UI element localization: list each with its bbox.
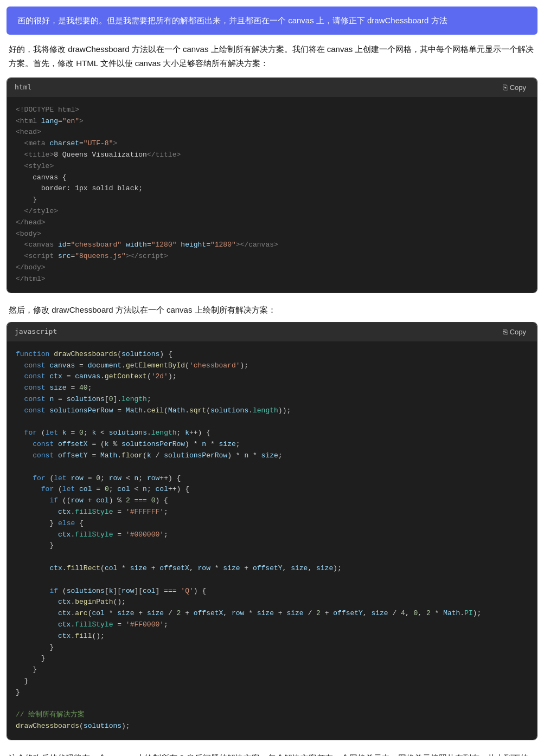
copy-button-js[interactable]: ⎘ Copy <box>500 326 529 337</box>
user-message: 画的很好，是我想要的。但是我需要把所有的解都画出来，并且都画在一个 canvas… <box>7 7 537 35</box>
user-message-text: 画的很好，是我想要的。但是我需要把所有的解都画出来，并且都画在一个 canvas… <box>17 16 447 25</box>
copy-button-html[interactable]: ⎘ Copy <box>500 82 529 93</box>
code-block-header-js: javascript ⎘ Copy <box>7 322 537 341</box>
copy-icon-js: ⎘ <box>503 327 507 336</box>
html-code-content: <!DOCTYPE html> <html lang="en"> <head> … <box>16 105 528 285</box>
copy-icon-html: ⎘ <box>503 83 507 92</box>
lang-label-js: javascript <box>15 326 57 338</box>
bottom-text: 这个修改后的代码将在一个 canvas 上绘制所有 8 皇后问题的解决方案。每个… <box>0 746 544 756</box>
assistant-intro: 好的，我将修改 drawChessboard 方法以在一个 canvas 上绘制… <box>0 35 544 75</box>
js-code-block: javascript ⎘ Copy function drawChessboar… <box>7 322 537 740</box>
mid-text: 然后，修改 drawChessboard 方法以在一个 canvas 上绘制所有… <box>0 299 544 320</box>
code-block-body-js: function drawChessboards(solutions) { co… <box>7 341 537 740</box>
copy-label-js: Copy <box>510 328 526 336</box>
code-block-header-html: html ⎘ Copy <box>7 78 537 97</box>
copy-label-html: Copy <box>510 83 526 92</box>
js-code-content: function drawChessboards(solutions) { co… <box>16 349 528 732</box>
html-code-block: html ⎘ Copy <!DOCTYPE html> <html lang="… <box>7 77 537 293</box>
code-block-body-html: <!DOCTYPE html> <html lang="en"> <head> … <box>7 97 537 293</box>
lang-label-html: html <box>15 82 31 93</box>
